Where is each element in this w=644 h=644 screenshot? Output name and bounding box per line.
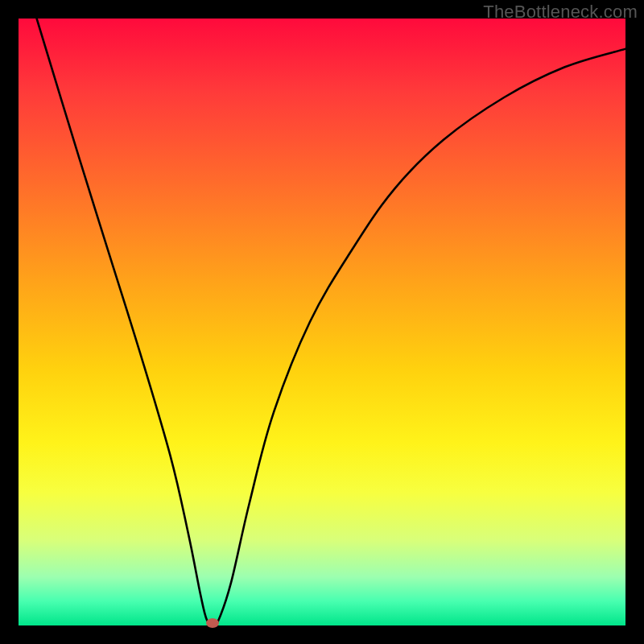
optimal-point-marker	[206, 618, 219, 628]
chart-plot-area	[19, 19, 625, 625]
bottleneck-curve	[19, 19, 625, 625]
watermark-text: TheBottleneck.com	[483, 2, 638, 23]
